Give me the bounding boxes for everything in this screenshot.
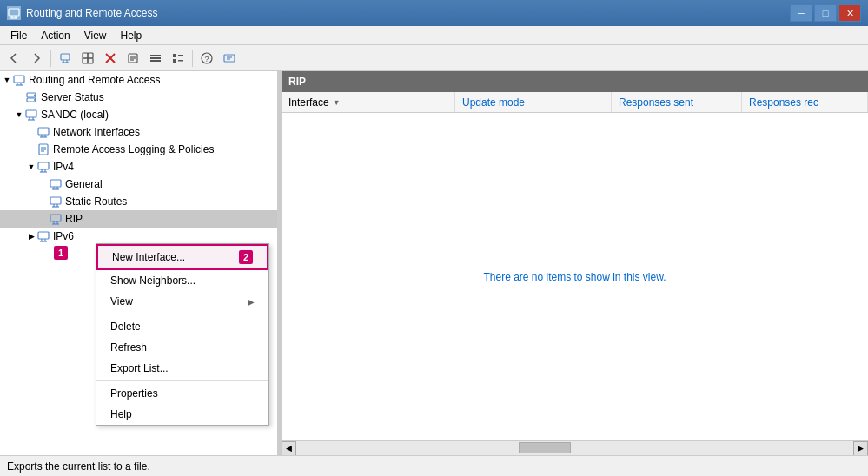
ctx-refresh-label: Refresh <box>110 341 147 354</box>
ctx-export-list[interactable]: Export List... <box>96 358 268 379</box>
menu-help[interactable]: Help <box>114 26 149 45</box>
ctx-view-label: View <box>110 295 133 307</box>
ipv4-expand-arrow[interactable]: ▼ <box>26 162 36 172</box>
static-routes-label: Static Routes <box>65 195 127 208</box>
svg-rect-50 <box>38 162 49 169</box>
ctx-show-neighbors-label: Show Neighbors... <box>110 274 195 287</box>
horizontal-scrollbar[interactable]: ◀ ▶ <box>282 440 868 455</box>
ctx-show-neighbors[interactable]: Show Neighbors... <box>96 270 268 291</box>
tree-sandc[interactable]: ▼ SANDC (local) <box>0 106 277 123</box>
snap-button[interactable] <box>77 48 98 69</box>
svg-rect-8 <box>83 53 88 58</box>
view-button[interactable] <box>145 48 166 69</box>
ni-icon <box>36 125 50 139</box>
toolbar-sep-1 <box>50 50 51 67</box>
tree-remote-access[interactable]: ▶ Remote Access Logging & Policies <box>0 141 277 158</box>
menu-file[interactable]: File <box>3 26 34 45</box>
tree-ipv4[interactable]: ▼ IPv4 <box>0 158 277 175</box>
root-icon <box>12 73 26 87</box>
ipv4-icon <box>36 160 50 174</box>
context-menu: New Interface... 2 Show Neighbors... Vie… <box>96 243 269 426</box>
svg-rect-0 <box>9 9 19 16</box>
svg-rect-27 <box>224 55 235 62</box>
forward-button[interactable] <box>26 48 47 69</box>
ctx-refresh[interactable]: Refresh <box>96 337 268 358</box>
app-icon <box>7 6 21 20</box>
snap2-button[interactable] <box>219 48 240 69</box>
svg-rect-4 <box>61 54 70 60</box>
tree-server-status[interactable]: ▶ Server Status <box>0 89 277 106</box>
ctx-export-list-label: Export List... <box>110 362 169 374</box>
sr-icon <box>49 195 63 208</box>
general-icon <box>49 177 63 191</box>
menu-action[interactable]: Action <box>34 26 76 45</box>
menu-view[interactable]: View <box>77 26 114 45</box>
col-responses-rec-label: Responses rec <box>749 96 818 109</box>
right-panel-content: There are no items to show in this view. <box>282 113 868 440</box>
svg-rect-23 <box>173 59 176 63</box>
col-responses-rec[interactable]: Responses rec <box>742 92 868 112</box>
general-label: General <box>65 178 103 190</box>
ra-icon <box>36 142 50 156</box>
ctx-properties-label: Properties <box>110 387 158 400</box>
maximize-button[interactable]: □ <box>814 4 837 22</box>
sandc-expand-arrow[interactable]: ▼ <box>14 109 24 120</box>
close-button[interactable]: ✕ <box>838 4 861 22</box>
ctx-delete[interactable]: Delete <box>96 316 268 337</box>
back-button[interactable] <box>3 48 24 69</box>
help-button[interactable]: ? <box>196 48 217 69</box>
toolbar: ? <box>0 45 868 71</box>
tree-rip[interactable]: ▶ RIP <box>0 210 277 228</box>
scroll-right-button[interactable]: ▶ <box>853 441 868 456</box>
tree-network-interfaces[interactable]: ▶ Network Interfaces <box>0 123 277 141</box>
details-button[interactable] <box>168 48 189 69</box>
right-panel: RIP Interface ▼ Update mode Responses se… <box>282 71 868 455</box>
ctx-help[interactable]: Help <box>96 404 268 425</box>
ctx-new-interface[interactable]: New Interface... 2 <box>96 244 268 270</box>
scroll-track[interactable] <box>296 441 853 456</box>
right-panel-header: RIP <box>282 71 868 92</box>
svg-rect-62 <box>50 215 61 221</box>
delete-button[interactable] <box>100 48 121 69</box>
ra-label: Remote Access Logging & Policies <box>53 143 214 155</box>
svg-rect-30 <box>14 76 24 83</box>
svg-rect-20 <box>150 60 161 62</box>
root-expand-arrow[interactable]: ▼ <box>2 75 12 85</box>
server-status-label: Server Status <box>41 91 104 103</box>
ctx-properties[interactable]: Properties <box>96 383 268 404</box>
tree-root[interactable]: ▼ Routing and Remote Access <box>0 71 277 89</box>
col-responses-sent-label: Responses sent <box>619 96 693 109</box>
sort-arrow-icon: ▼ <box>333 98 341 107</box>
ctx-delete-label: Delete <box>110 321 141 333</box>
ipv6-expand-arrow[interactable]: ▶ <box>26 231 36 241</box>
badge-1: 1 <box>54 246 68 260</box>
svg-point-37 <box>34 99 36 101</box>
svg-rect-21 <box>173 54 176 57</box>
tree-root-label: Routing and Remote Access <box>29 74 160 86</box>
rip-icon <box>49 212 63 226</box>
col-interface-label: Interface <box>288 96 329 109</box>
right-panel-title: RIP <box>288 76 306 88</box>
svg-rect-18 <box>150 55 161 56</box>
col-responses-sent[interactable]: Responses sent <box>612 92 742 112</box>
col-update-mode[interactable]: Update mode <box>455 92 612 112</box>
window-title: Routing and Remote Access <box>26 7 157 19</box>
ctx-view[interactable]: View ▶ <box>96 291 268 312</box>
scroll-thumb[interactable] <box>519 442 571 453</box>
tree-ipv6[interactable]: ▶ IPv6 <box>0 228 277 245</box>
scroll-left-button[interactable]: ◀ <box>282 441 296 456</box>
tree-general[interactable]: ▶ General <box>0 175 277 193</box>
svg-rect-19 <box>150 57 161 59</box>
sandc-icon <box>24 108 38 122</box>
status-text: Exports the current list to a file. <box>7 460 150 473</box>
svg-rect-66 <box>38 232 49 239</box>
column-headers: Interface ▼ Update mode Responses sent R… <box>282 92 868 113</box>
col-interface[interactable]: Interface ▼ <box>282 92 455 112</box>
svg-text:?: ? <box>204 55 209 63</box>
export-button[interactable] <box>123 48 143 69</box>
col-update-mode-label: Update mode <box>462 96 525 109</box>
ctx-new-interface-label: New Interface... <box>112 251 185 263</box>
tree-static-routes[interactable]: ▶ Static Routes <box>0 193 277 210</box>
up-button[interactable] <box>55 48 76 69</box>
minimize-button[interactable]: ─ <box>790 4 812 22</box>
